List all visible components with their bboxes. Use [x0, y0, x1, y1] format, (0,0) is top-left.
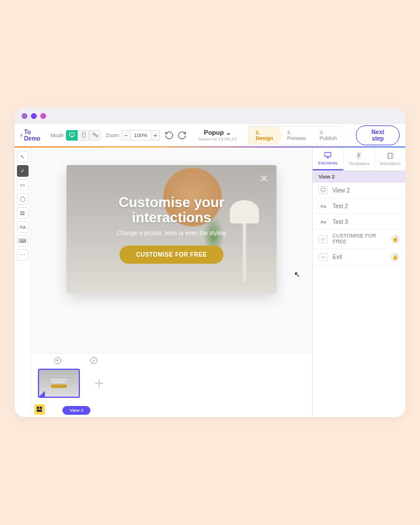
window-dot — [31, 113, 37, 119]
text-icon: Aa — [318, 218, 328, 226]
interaction-icon[interactable]: ☝ — [390, 253, 400, 262]
animation-icon — [386, 152, 395, 160]
svg-rect-0 — [69, 133, 74, 136]
thumb-text: Customise yourinteractions — [50, 379, 68, 383]
window-dot — [40, 113, 46, 119]
cursor-icon: ↖ — [294, 270, 300, 279]
slide-thumbnail[interactable]: Customise yourinteractions — [38, 369, 80, 398]
popup-preview[interactable]: ✕ Customise your interactions Change a p… — [66, 165, 276, 293]
layer-label: CUSTOMISE FOR FREE — [332, 233, 386, 245]
left-toolbar: ↖ ✓ ▭ ◯ ▤ Aa ⌨ ⋯ — [15, 148, 31, 417]
toolbar: ‹ To Demo Mode Zoom − 100% + — [15, 124, 405, 146]
tool-checkbox[interactable]: ✓ — [17, 165, 29, 177]
zoom-out-button[interactable]: − — [121, 130, 131, 141]
back-link[interactable]: ‹ To Demo — [20, 129, 46, 142]
titlebar — [15, 108, 405, 124]
main-area: ↖ ✓ ▭ ◯ ▤ Aa ⌨ ⋯ Help ✕ Customise your i… — [15, 148, 405, 417]
step-preview[interactable]: 2. Preview — [279, 126, 316, 145]
mode-flow-button[interactable] — [89, 130, 101, 141]
svg-rect-3 — [96, 135, 98, 137]
layer-view[interactable]: View 2 — [313, 183, 405, 198]
redo-button[interactable] — [177, 131, 187, 140]
back-link-label: To Demo — [24, 129, 46, 142]
svg-rect-4 — [37, 407, 39, 409]
layer-label: Text 3 — [332, 219, 348, 225]
add-slide-button[interactable]: + — [90, 374, 108, 392]
mobile-icon — [80, 132, 87, 138]
tab-templates[interactable]: Templates — [344, 148, 374, 170]
mode-label: Mode — [51, 132, 64, 138]
zoom-label: Zoom — [106, 132, 119, 138]
tool-more[interactable]: ⋯ — [17, 249, 29, 261]
mode-desktop-button[interactable] — [66, 130, 78, 141]
step-design[interactable]: 1. Design — [248, 126, 283, 145]
svg-rect-8 — [387, 153, 393, 158]
view-icon — [318, 186, 328, 194]
layout-icon[interactable] — [34, 404, 45, 415]
button-icon: ▭ — [318, 253, 328, 261]
svg-rect-7 — [325, 152, 331, 156]
tray-icons — [54, 357, 97, 364]
svg-rect-1 — [82, 132, 85, 137]
layer-text[interactable]: Aa Text 2 — [313, 198, 405, 214]
tab-elements[interactable]: Elements — [313, 148, 344, 170]
text-icon: Aa — [318, 202, 328, 210]
svg-rect-6 — [37, 410, 42, 412]
grid-icon — [37, 407, 43, 412]
interaction-icon[interactable]: ☝ — [391, 235, 400, 244]
layer-label: View 2 — [332, 187, 350, 194]
history-buttons — [164, 131, 187, 140]
tool-text[interactable]: Aa — [17, 221, 29, 233]
step-publish[interactable]: 3. Publish — [312, 126, 347, 145]
mode-mobile-button[interactable] — [78, 130, 89, 141]
document-info: Popup ⌄ Saved at 14:59:23 — [198, 129, 236, 142]
svg-rect-5 — [40, 407, 42, 409]
zoom-value: 100% — [131, 130, 150, 141]
mode-group: Mode — [51, 130, 102, 141]
layer-label: Exit — [332, 254, 342, 260]
zoom-in-button[interactable]: + — [150, 130, 160, 141]
window-dot — [22, 113, 27, 119]
templates-icon — [354, 152, 363, 160]
chevron-left-icon: ‹ — [20, 132, 22, 138]
canvas-area: ✕ Customise your interactions Change a p… — [31, 148, 312, 417]
document-title[interactable]: Popup ⌄ — [198, 129, 236, 136]
panel-header: View 2 — [313, 171, 405, 183]
zoom-group: Zoom − 100% + — [106, 130, 160, 141]
undo-button[interactable] — [164, 131, 174, 140]
layer-label: Text 2 — [332, 203, 348, 209]
disable-icon[interactable] — [90, 357, 97, 364]
panel-tabs: Elements Templates Animation — [313, 148, 405, 171]
tool-cursor[interactable]: ↖ — [17, 151, 29, 163]
view-pill[interactable]: View 2 — [62, 406, 90, 415]
tool-input[interactable]: ⌨ — [17, 235, 29, 247]
popup-subheading[interactable]: Change a picture, texts or even the styl… — [117, 230, 226, 236]
svg-rect-2 — [93, 133, 94, 135]
tool-rect[interactable]: ▭ — [17, 179, 29, 191]
layer-list: View 2 Aa Text 2 Aa Text 3 ▭ CUSTOMISE F… — [313, 183, 405, 266]
flow-icon — [92, 132, 99, 138]
layer-button[interactable]: ▭ Exit ☝ — [313, 249, 405, 266]
popup-cta-button[interactable]: CUSTOMISE FOR FREE — [120, 246, 223, 264]
svg-rect-9 — [321, 188, 326, 191]
button-icon: ▭ — [318, 235, 328, 243]
popup-content: Customise your interactions Change a pic… — [66, 165, 276, 293]
saved-timestamp: Saved at 14:59:23 — [198, 136, 236, 142]
desktop-icon — [323, 151, 332, 159]
right-panel: Elements Templates Animation View 2 View… — [312, 148, 405, 417]
layer-text[interactable]: Aa Text 3 — [313, 214, 405, 230]
step-breadcrumb: 1. Design 2. Preview 3. Publish — [248, 126, 346, 145]
chevron-down-icon: ⌄ — [226, 129, 231, 136]
next-step-button[interactable]: Next step — [356, 125, 400, 145]
desktop-icon — [69, 132, 75, 138]
app-window: ‹ To Demo Mode Zoom − 100% + — [15, 108, 405, 417]
tab-animation[interactable]: Animation — [375, 148, 405, 170]
popup-heading[interactable]: Customise your interactions — [78, 195, 265, 226]
layer-button[interactable]: ▭ CUSTOMISE FOR FREE ☝ — [313, 230, 405, 249]
slide-tray: Customise yourinteractions + View 2 — [31, 353, 312, 417]
thumb-cta — [51, 384, 67, 388]
settings-icon[interactable] — [54, 357, 61, 364]
tool-image[interactable]: ▤ — [17, 207, 29, 219]
tool-circle[interactable]: ◯ — [17, 193, 29, 205]
